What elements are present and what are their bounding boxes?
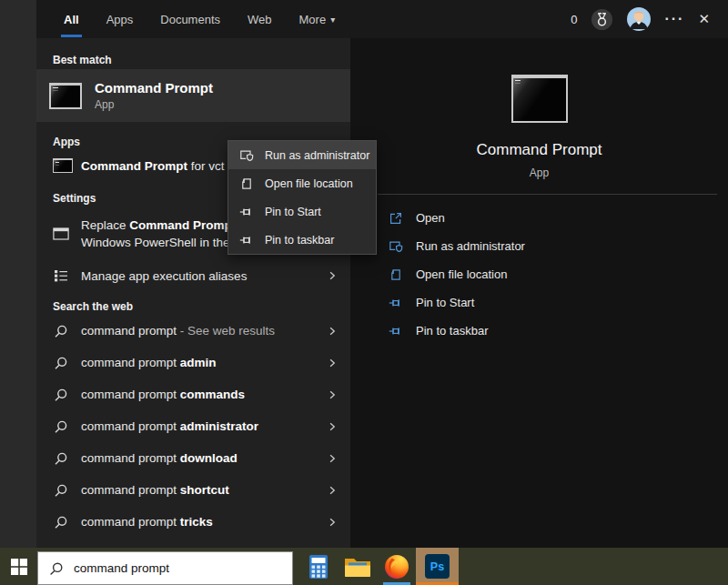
action-open[interactable]: Open [389, 204, 728, 232]
chevron-right-icon [327, 388, 338, 402]
tab-apps-label: Apps [106, 13, 134, 26]
run-as-admin-icon [239, 148, 254, 163]
rewards-count: 0 [571, 13, 577, 26]
tab-documents-label: Documents [160, 13, 220, 26]
start-button[interactable] [0, 548, 37, 585]
search-tab-bar: All Apps Documents Web More▾ 0 ··· ✕ [36, 0, 728, 38]
action-pin-to-taskbar[interactable]: Pin to taskbar [389, 317, 728, 345]
web-suggestion-tricks[interactable]: command prompt tricks [36, 506, 350, 538]
user-avatar[interactable] [627, 7, 651, 31]
best-match-item[interactable]: Command Prompt App [36, 69, 350, 122]
close-icon[interactable]: ✕ [698, 11, 710, 27]
web-suggestion-label: command prompt admin [81, 354, 327, 371]
more-options-icon[interactable]: ··· [664, 11, 684, 27]
taskbar-pinned-apps: Ps [298, 548, 459, 585]
chevron-right-icon [327, 451, 338, 466]
search-icon [53, 482, 69, 499]
chevron-right-icon [327, 419, 338, 434]
tab-more[interactable]: More▾ [299, 0, 336, 38]
action-label: Pin to taskbar [416, 324, 489, 338]
search-icon [53, 323, 69, 339]
taskbar: Ps [0, 548, 728, 585]
context-menu-label: Open file location [265, 177, 353, 190]
best-match-subtitle: App [95, 98, 213, 111]
open-icon [389, 211, 403, 226]
action-label: Open [416, 211, 445, 225]
setting-manage-aliases[interactable]: Manage app execution aliases [36, 260, 350, 291]
chevron-right-icon [327, 515, 338, 530]
pin-icon [239, 233, 254, 247]
chevron-right-icon [327, 324, 338, 338]
context-menu: Run as administrator Open file location … [228, 140, 377, 255]
tab-web-label: Web [248, 13, 272, 26]
taskbar-calculator-icon[interactable] [298, 548, 338, 585]
action-label: Open file location [416, 267, 507, 281]
section-search-the-web: Search the web [36, 298, 350, 315]
tab-documents[interactable]: Documents [160, 0, 220, 38]
action-label: Pin to Start [416, 296, 474, 309]
photoshop-label: Ps [430, 560, 444, 573]
chevron-right-icon [327, 268, 338, 283]
photoshop-logo: Ps [425, 554, 450, 579]
pin-icon [389, 324, 403, 338]
context-menu-pin-to-start[interactable]: Pin to Start [228, 197, 376, 226]
action-label: Run as administrator [416, 239, 525, 253]
taskbar-firefox-icon[interactable] [377, 548, 416, 585]
action-open-file-location[interactable]: Open file location [389, 260, 728, 288]
web-suggestion-download[interactable]: command prompt download [36, 442, 350, 474]
chevron-down-icon: ▾ [330, 15, 335, 25]
tab-all[interactable]: All [64, 0, 79, 38]
context-menu-run-as-administrator[interactable]: Run as administrator [228, 141, 376, 169]
search-icon [53, 419, 69, 435]
action-run-as-administrator[interactable]: Run as administrator [389, 232, 728, 260]
context-menu-pin-to-taskbar[interactable]: Pin to taskbar [228, 226, 376, 254]
search-icon [49, 561, 64, 576]
tab-more-label: More [299, 13, 327, 26]
web-suggestion-label: command prompt download [81, 449, 327, 467]
search-icon [53, 450, 69, 467]
web-suggestion-label: command prompt administrator [81, 418, 327, 435]
command-prompt-icon-large [511, 75, 568, 123]
web-suggestion-administrator[interactable]: command prompt administrator [36, 410, 350, 442]
action-pin-to-start[interactable]: Pin to Start [389, 288, 728, 317]
tab-all-label: All [64, 13, 79, 26]
search-flyout-window: All Apps Documents Web More▾ 0 ··· ✕ Bes… [36, 0, 728, 548]
web-suggestion-label: command prompt shortcut [81, 481, 327, 499]
web-suggestion-commands[interactable]: command prompt commands [36, 378, 350, 410]
file-location-icon [389, 267, 403, 282]
tab-web[interactable]: Web [248, 0, 272, 38]
web-suggestion-admin[interactable]: command prompt admin [36, 347, 350, 378]
web-suggestion-label: command prompt tricks [81, 513, 327, 530]
taskbar-search-input[interactable] [74, 561, 274, 575]
preview-panel: Command Prompt App Open Run as administr… [350, 38, 728, 548]
context-menu-open-file-location[interactable]: Open file location [228, 169, 376, 197]
taskbar-search-box[interactable] [37, 551, 293, 585]
web-suggestion-shortcut[interactable]: command prompt shortcut [36, 474, 350, 506]
search-results-body: Best match Command Prompt App Apps Comma… [36, 38, 728, 548]
taskbar-photoshop-icon[interactable]: Ps [416, 548, 459, 585]
tab-apps[interactable]: Apps [106, 0, 134, 38]
preview-actions: Open Run as administrator Open file loca… [350, 195, 728, 345]
web-suggestion-label: command prompt commands [81, 386, 327, 403]
command-prompt-icon [53, 158, 73, 173]
rewards-medal-icon[interactable] [591, 8, 613, 31]
taskbar-file-explorer-icon[interactable] [338, 548, 377, 585]
web-suggestion-see-results[interactable]: command prompt - See web results [36, 315, 350, 347]
search-icon [53, 387, 69, 403]
section-best-match: Best match [36, 38, 350, 69]
context-menu-label: Pin to Start [265, 206, 321, 218]
chevron-right-icon [327, 356, 338, 370]
file-location-icon [239, 177, 254, 191]
preview-app-type: App [530, 166, 549, 179]
list-icon [53, 267, 69, 284]
pin-icon [239, 205, 254, 219]
context-menu-label: Pin to taskbar [265, 234, 334, 247]
context-menu-label: Run as administrator [265, 149, 369, 162]
preview-app-name: Command Prompt [477, 141, 602, 159]
topbar-actions: 0 ··· ✕ [571, 0, 728, 38]
command-prompt-icon [49, 83, 82, 109]
windows-logo-icon [11, 559, 27, 575]
best-match-text: Command Prompt App [95, 80, 213, 111]
search-icon [53, 514, 69, 530]
best-match-title: Command Prompt [95, 80, 213, 96]
